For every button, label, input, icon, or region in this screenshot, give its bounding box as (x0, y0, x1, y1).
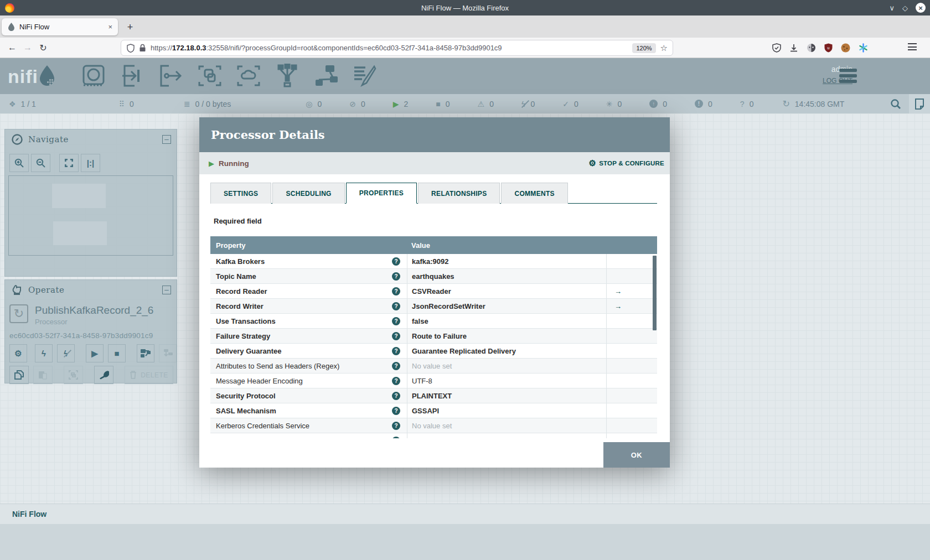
tab-settings[interactable]: SETTINGS (210, 183, 271, 204)
window-maximize-icon[interactable]: ◇ (902, 4, 908, 12)
input-port-component-icon[interactable] (119, 64, 146, 88)
container-mask-icon[interactable] (807, 43, 816, 53)
output-port-component-icon[interactable] (158, 64, 184, 88)
property-value: PLAINTEXT (412, 392, 452, 400)
paste-button[interactable] (33, 366, 53, 384)
window-minimize-icon[interactable]: ∨ (889, 4, 895, 12)
help-icon[interactable]: ? (392, 332, 400, 340)
browser-navbar: ← → ↻ https://172.18.0.3:32558/nifi/?pro… (0, 38, 930, 58)
zoom-actual-size-button[interactable]: |:| (81, 154, 100, 172)
property-name: Topic Name (216, 272, 256, 281)
copy-button[interactable] (9, 366, 29, 384)
tab-scheduling[interactable]: SCHEDULING (272, 183, 344, 204)
refresh-icon[interactable]: ↻ (782, 98, 789, 109)
download-icon[interactable] (789, 44, 798, 53)
remote-process-group-component-icon[interactable] (235, 64, 262, 88)
help-icon[interactable]: ? (392, 362, 400, 370)
property-value: JsonRecordSetWriter (412, 302, 485, 310)
shield-check-icon[interactable] (772, 43, 781, 53)
template-component-icon[interactable] (313, 64, 339, 88)
go-to-service-icon[interactable]: → (614, 302, 622, 310)
help-icon[interactable]: ? (392, 257, 400, 266)
back-icon[interactable]: ← (4, 43, 20, 53)
not-transmitting-count: 0 (361, 100, 365, 108)
selected-component-name: PublishKafkaRecord_2_6 (35, 304, 153, 317)
revert-flow-version-button[interactable] (159, 344, 177, 362)
tracking-shield-icon[interactable] (127, 44, 135, 53)
disable-button[interactable]: ϟ (57, 344, 75, 362)
url-bar[interactable]: https://172.18.0.3:32558/nifi/?processGr… (121, 40, 673, 56)
value-column-header: Value (407, 241, 430, 250)
delete-button[interactable]: DELETE (125, 366, 173, 384)
configure-button[interactable]: ⚙ (9, 344, 27, 362)
operate-collapse-icon[interactable]: − (162, 286, 171, 294)
browser-tabstrip: NiFi Flow × + (0, 15, 930, 38)
reload-icon[interactable]: ↻ (35, 43, 51, 53)
active-threads-count: 0 (130, 100, 134, 108)
browser-tab[interactable]: NiFi Flow × (2, 18, 118, 35)
refresh-status[interactable]: ↻14:45:08 GMT (782, 98, 844, 109)
help-icon[interactable]: ? (392, 347, 400, 355)
multicolor-asterisk-icon[interactable] (859, 43, 868, 53)
stop-button[interactable]: ■ (108, 344, 126, 362)
window-close-icon[interactable]: × (916, 3, 926, 13)
property-row: Message Header Encoding?UTF-8 (210, 374, 657, 388)
property-column-header: Property (210, 241, 407, 250)
ok-button[interactable]: OK (603, 442, 670, 468)
help-icon[interactable]: ? (392, 272, 400, 281)
up-to-date-icon: ✓ (562, 100, 569, 108)
navigate-collapse-icon[interactable]: − (162, 135, 171, 144)
browser-menu-icon[interactable] (908, 43, 917, 50)
funnel-component-icon[interactable] (274, 64, 301, 88)
help-icon[interactable]: ? (392, 317, 400, 325)
property-value: false (412, 317, 428, 325)
running-state-label: Running (219, 159, 249, 168)
bookmark-star-icon[interactable]: ☆ (660, 43, 668, 53)
new-tab-button[interactable]: + (123, 20, 137, 34)
label-component-icon[interactable] (352, 64, 378, 88)
go-to-service-icon[interactable]: → (614, 287, 622, 295)
help-icon[interactable]: ? (392, 422, 400, 430)
tab-close-icon[interactable]: × (108, 23, 112, 31)
enable-button[interactable]: ϟ (35, 344, 53, 362)
process-group-component-icon[interactable] (197, 64, 223, 88)
fill-color-button[interactable] (94, 366, 113, 384)
start-button[interactable]: ▶ (86, 344, 104, 362)
help-icon[interactable]: ? (392, 287, 400, 295)
forward-icon[interactable]: → (20, 43, 35, 53)
stop-and-configure-button[interactable]: ⚙ STOP & CONFIGURE (589, 158, 664, 168)
zoom-level-badge[interactable]: 120% (632, 43, 655, 53)
table-scrollbar[interactable] (653, 256, 657, 330)
global-menu-icon[interactable] (839, 69, 857, 83)
help-icon[interactable]: ? (392, 437, 400, 439)
required-field-note: Required field (214, 217, 657, 225)
help-icon[interactable]: ? (392, 377, 400, 385)
tab-comments[interactable]: COMMENTS (501, 183, 567, 204)
connection-lock-icon[interactable] (139, 44, 146, 52)
help-icon[interactable]: ? (392, 407, 400, 415)
zoom-out-button[interactable] (31, 154, 50, 172)
group-button[interactable] (64, 366, 83, 384)
save-flow-version-button[interactable] (137, 344, 154, 362)
window-titlebar[interactable]: NiFi Flow — Mozilla Firefox ∨ ◇ × (0, 0, 930, 15)
breadcrumb[interactable]: NiFi Flow (12, 510, 46, 518)
ublock-shield-icon[interactable]: u (824, 43, 833, 53)
zoom-fit-button[interactable] (59, 154, 79, 172)
dialog-state-row: ▶ Running ⚙ STOP & CONFIGURE (199, 152, 670, 174)
search-icon[interactable] (890, 98, 901, 110)
nifi-status-bar: ❖1 / 1⠿0≣0 / 0 bytes◎0⊘0▶2■0⚠0ϟ0✓0✳0↑0!0… (0, 94, 930, 113)
processor-component-icon[interactable] (80, 64, 107, 88)
cookie-icon[interactable] (841, 43, 850, 53)
birdseye-minimap[interactable] (8, 175, 173, 256)
tab-properties[interactable]: PROPERTIES (346, 183, 417, 204)
footer-pad (0, 524, 930, 560)
locally-modified-stale-count: 0 (708, 100, 712, 108)
tab-relationships[interactable]: RELATIONSHIPS (418, 183, 500, 204)
status-item-locally-modified-stale: !0 (695, 100, 712, 108)
operate-panel-title: Operate (28, 285, 64, 295)
zoom-in-button[interactable] (9, 154, 29, 172)
help-icon[interactable]: ? (392, 392, 400, 400)
property-name: Kerberos Credentials Service (216, 422, 309, 430)
bulletin-board-icon[interactable] (909, 94, 930, 113)
help-icon[interactable]: ? (392, 302, 400, 310)
